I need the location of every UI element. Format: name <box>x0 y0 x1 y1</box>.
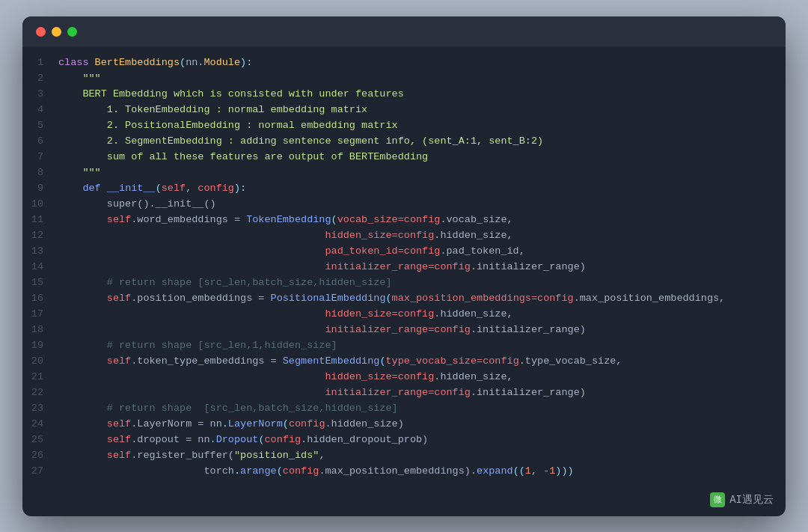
line-number: 10 <box>22 196 58 212</box>
close-button[interactable] <box>36 27 46 37</box>
line-code: hidden_size=config.hidden_size, <box>58 306 786 322</box>
token: config <box>483 355 519 367</box>
token: hidden_size= <box>325 371 397 382</box>
token: : <box>240 183 246 194</box>
token: 2. PositionalEmbedding : normal embeddin… <box>58 120 398 131</box>
line-number: 16 <box>22 290 58 306</box>
token: .vocab_size, <box>440 214 512 225</box>
token: .LayerNorm = <box>131 418 209 429</box>
line-code: class BertEmbeddings(nn.Module): <box>58 55 786 70</box>
token: hidden_size= <box>325 308 397 319</box>
token <box>58 403 107 414</box>
token: Module <box>203 57 240 68</box>
token <box>58 450 107 461</box>
line-code: def __init__(self, config): <box>58 180 786 196</box>
line-code: self.LayerNorm = nn.LayerNorm(config.hid… <box>58 416 786 432</box>
line-code: """ <box>58 70 786 86</box>
code-line: 21 hidden_size=config.hidden_size, <box>22 369 786 385</box>
line-code: 1. TokenEmbedding : normal embedding mat… <box>58 102 786 117</box>
code-line: 22 initializer_range=config.initializer_… <box>22 385 786 400</box>
token: initializer_range= <box>325 387 434 398</box>
token: ( <box>180 57 186 68</box>
token: hidden_size= <box>325 230 397 241</box>
token: sum of all these features are output of … <box>58 151 428 162</box>
token <box>58 387 325 398</box>
code-line: 17 hidden_size=config.hidden_size, <box>22 306 786 322</box>
code-line: 19 # return shape [src_len,1,hidden_size… <box>22 337 786 353</box>
token: , <box>531 465 543 477</box>
token: .position_embeddings = <box>131 293 270 304</box>
minimize-button[interactable] <box>52 27 61 37</box>
token: . <box>210 434 216 445</box>
watermark: 微 AI遇见云 <box>22 486 786 516</box>
token: nn <box>198 434 209 445</box>
line-code: torch.arange(config.max_position_embeddi… <box>58 463 786 479</box>
code-line: 14 initializer_range=config.initializer_… <box>22 259 786 275</box>
line-code: initializer_range=config.initializer_ran… <box>58 259 786 275</box>
token <box>58 261 325 272</box>
token: , <box>319 450 325 461</box>
token: ( <box>386 293 392 304</box>
token: config <box>434 324 471 335</box>
token: config <box>404 245 441 257</box>
token: super().__init__() <box>58 198 216 210</box>
code-line: 8 """ <box>22 165 786 180</box>
line-number: 22 <box>22 385 58 400</box>
line-code: initializer_range=config.initializer_ran… <box>58 385 786 400</box>
token: (( <box>513 465 525 477</box>
line-number: 1 <box>22 55 58 70</box>
code-line: 1class BertEmbeddings(nn.Module): <box>22 55 786 70</box>
line-number: 14 <box>22 259 58 275</box>
code-line: 5 2. PositionalEmbedding : normal embedd… <box>22 117 786 133</box>
token: config <box>404 214 441 225</box>
token: self <box>107 355 131 367</box>
token: LayerNorm <box>228 418 283 429</box>
token: class <box>58 57 95 68</box>
token: .register_buffer( <box>131 450 234 461</box>
token: .hidden_size) <box>325 418 404 429</box>
token <box>101 183 107 194</box>
code-line: 15 # return shape [src_len,batch_size,hi… <box>22 275 786 290</box>
line-number: 23 <box>22 400 58 416</box>
token <box>58 308 325 319</box>
line-code: pad_token_id=config.pad_token_id, <box>58 243 786 259</box>
code-line: 25 self.dropout = nn.Dropout(config.hidd… <box>22 432 786 447</box>
line-code: self.word_embeddings = TokenEmbedding(vo… <box>58 212 786 227</box>
token: def <box>82 183 100 194</box>
line-number: 5 <box>22 117 58 133</box>
line-code: 2. SegmentEmbedding : adding sentence se… <box>58 133 786 149</box>
maximize-button[interactable] <box>67 27 77 37</box>
token: Dropout <box>216 434 259 445</box>
token: torch <box>203 465 234 477</box>
line-number: 15 <box>22 275 58 290</box>
token: -1 <box>543 465 555 477</box>
token: .initializer_range) <box>471 261 586 272</box>
token: ( <box>379 355 385 367</box>
token: .pad_token_id, <box>440 245 524 257</box>
token: type_vocab_size= <box>386 355 483 367</box>
token: . <box>234 465 240 477</box>
line-number: 20 <box>22 353 58 369</box>
code-line: 20 self.token_type_embeddings = SegmentE… <box>22 353 786 369</box>
token: self <box>107 214 131 225</box>
line-number: 17 <box>22 306 58 322</box>
token: # return shape [src_len,batch_size,hidde… <box>107 403 398 414</box>
token <box>58 245 325 257</box>
watermark-text: AI遇见云 <box>729 493 774 507</box>
token: , <box>186 183 198 194</box>
token: ( <box>156 183 162 194</box>
line-number: 12 <box>22 227 58 243</box>
token: nn <box>186 57 198 68</box>
code-line: 9 def __init__(self, config): <box>22 180 786 196</box>
token: .initializer_range) <box>471 387 586 398</box>
token <box>58 465 203 477</box>
code-line: 18 initializer_range=config.initializer_… <box>22 322 786 337</box>
token: vocab_size= <box>337 214 404 225</box>
token: .type_vocab_size, <box>519 355 622 367</box>
wechat-icon: 微 <box>710 492 725 507</box>
token: .word_embeddings = <box>131 214 246 225</box>
token: .max_position_embeddings, <box>574 293 726 304</box>
line-code: """ <box>58 165 786 180</box>
token: expand <box>477 465 513 477</box>
token: config <box>398 230 435 241</box>
